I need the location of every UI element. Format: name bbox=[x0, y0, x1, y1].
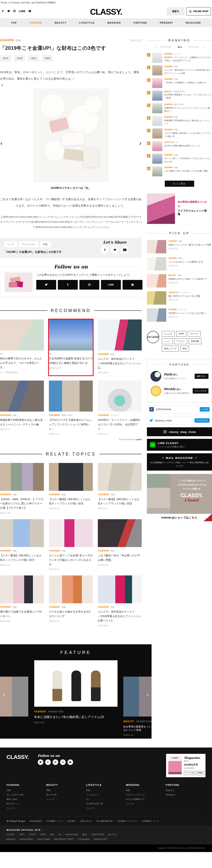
online-shop-button[interactable]: ONLINE SHOP bbox=[186, 7, 211, 16]
ranking-tab-fashion[interactable]: FASHION bbox=[185, 45, 202, 49]
twitter-follow-box[interactable]: @classy_online フォローする bbox=[147, 416, 212, 425]
popin-brand[interactable]: popIn bbox=[136, 438, 142, 440]
ranking-item[interactable]: 3 FASHION特集 「2019年こそ金運UP!」な財布はこの3色です bbox=[147, 77, 212, 89]
shop-site-link[interactable]: 光文社SHOP bbox=[73, 838, 89, 841]
hotword-tag[interactable]: アウター bbox=[174, 338, 187, 344]
ranking-item[interactable]: 10 FASHION特集 これで解決♡冬の「外は寒いけど中は暑い問題」 bbox=[147, 165, 212, 178]
feature-main-slide[interactable]: FASHION PROMOTION 年末に活躍させたい!冬の最終買い足しアイテム… bbox=[34, 660, 117, 723]
relate-card[interactable]: FASHION特集 運が開けて結婚できる!配色コーデ4パターン 2019.01.… bbox=[0, 576, 44, 626]
footer-link[interactable]: 特集 bbox=[86, 789, 126, 792]
fortune-daily-button[interactable]: 無料で占う bbox=[195, 374, 209, 379]
fortune-weekly[interactable]: Weekly占い 今週の生まれ月別の運勢は? チェックする bbox=[151, 383, 209, 398]
shop-site-link[interactable]: kokode.jp bbox=[6, 838, 15, 841]
official-site-link[interactable]: Mart bbox=[46, 833, 54, 836]
breadcrumb-item[interactable]: 特集 bbox=[41, 242, 51, 247]
footer-link[interactable]: 特集 bbox=[126, 789, 166, 792]
official-site-link[interactable]: 美ST bbox=[78, 833, 87, 836]
follow-mail-button[interactable] bbox=[123, 280, 142, 289]
official-site-link[interactable]: VERY bbox=[15, 833, 25, 836]
ranking-item[interactable]: 2 FASHION特集 ユニクロ、無印良品がランクイン!2018年最も読まれたフ… bbox=[147, 64, 212, 77]
facebook-follow-box[interactable]: 公式Facebook いいね! bbox=[147, 405, 212, 413]
ranking-tab-all[interactable]: ALL bbox=[175, 45, 185, 49]
hotword-tag[interactable]: ZARA bbox=[176, 331, 186, 337]
official-site-link[interactable]: STORY bbox=[25, 833, 36, 836]
footer-link[interactable]: 着回しDiary bbox=[6, 798, 46, 801]
line-icon[interactable]: LINE bbox=[60, 760, 65, 765]
footer-link[interactable]: インタビュー bbox=[86, 794, 126, 796]
pickup-item[interactable]: BEAUTY特集 乾燥知らずのツヤ肌をつくる保湿ケア 2019.01.19 bbox=[147, 272, 212, 289]
relate-card[interactable]: FASHION特集 これで解決♡冬の「外は寒いけど中は暑い問題」 2019.01… bbox=[98, 519, 142, 570]
ranking-item[interactable]: 4 BEAUTYPROMOTION 自分専用の眉密度をつくれる、アイブロウエレメ… bbox=[147, 89, 212, 102]
twitter-icon[interactable] bbox=[38, 760, 43, 765]
relate-card[interactable]: FASHION特集 ステキな彼との縁を引き寄せる!3大カラーコーデ 2019.0… bbox=[49, 576, 93, 626]
fortune-daily[interactable]: Daily占い 今日の運勢をチェック! 無料で占う bbox=[151, 369, 209, 383]
mail-magazine-box[interactable]: !!MAIL MAGAZINE!! 旬な情報満載のメールマガジン配信、メンバー限… bbox=[147, 453, 212, 471]
relate-card[interactable]: FASHION特集 ユニクロ、無印良品がランクイン!2018年最も読まれたファッ… bbox=[98, 576, 142, 626]
relate-card[interactable]: FASHION特集 【コスパ最強】U¥6,000ニットは人気ネットブランドが狙い… bbox=[49, 463, 93, 514]
fortune-weekly-button[interactable]: チェックする bbox=[193, 388, 209, 394]
footer-col-title[interactable]: BEAUTY bbox=[46, 783, 86, 786]
ranking-tab-wedding[interactable]: WEDDING bbox=[157, 45, 175, 49]
recommend-card[interactable]: FASHIONニュース 2019年の「ティファニー」は腕時計もスゴい!【バカ売れ… bbox=[98, 380, 142, 435]
footer-info-link[interactable]: 会社案内 bbox=[63, 820, 76, 822]
nav-item[interactable]: BEAUTY bbox=[49, 19, 73, 27]
hotword-tag[interactable]: プチプラ bbox=[188, 331, 201, 337]
footer-col-title[interactable]: FASHION bbox=[6, 783, 46, 786]
article-category[interactable]: FASHION bbox=[0, 39, 14, 42]
recommend-card[interactable]: PR 毎日の家事で爪がカサカサ…かんたんお手入れで、つやつや美爪に!~主… ロー… bbox=[0, 319, 44, 375]
footer-link[interactable]: ニュース bbox=[46, 798, 86, 801]
carousel-next-arrow[interactable]: › bbox=[139, 140, 141, 146]
magazine-box[interactable]: CLASSY. Magazine 最新号 2019年2月号 12月28日発売 デ… bbox=[166, 754, 206, 777]
pickup-item[interactable]: FASHION特集 ユニクロの白ニットが優秀すぎる! 2019.01.20 bbox=[147, 255, 212, 272]
breadcrumb-item[interactable]: トップ bbox=[4, 242, 17, 247]
feature-prev-arrow[interactable]: ‹ bbox=[3, 692, 5, 698]
footer-info-link[interactable]: 広告掲載について bbox=[42, 820, 63, 822]
follow-facebook-button[interactable] bbox=[58, 280, 78, 289]
share-line-button[interactable]: LINE bbox=[121, 246, 129, 254]
classy-closet-ad[interactable]: ここでしか買えないブランド コラボやCLASSY.セレクトの アイテムが買える … bbox=[147, 474, 212, 521]
footer-col-title[interactable]: LIFESTYLE bbox=[86, 783, 126, 786]
relate-card[interactable]: FASHION特集 【コスパ最強】U¥6,000ニットは人気ネットブランドが狙い… bbox=[98, 463, 142, 514]
footer-col-title[interactable]: WEDDING bbox=[126, 783, 166, 786]
kokode-shop-button[interactable]: kokode.jpショップはこちら bbox=[147, 514, 212, 521]
ranking-item[interactable]: 9 FASHION特集 オシャレ度アップを約束!冬コーデはこのバッグにおまかせ bbox=[147, 152, 212, 165]
footer-link[interactable]: 特集 bbox=[46, 789, 86, 792]
footer-link[interactable]: 特集 bbox=[6, 789, 46, 792]
recommend-card[interactable]: FASHION特集 骨格診断で判明!体型が出ない痩せ見えオシャレニット~ナチュラ… bbox=[0, 380, 44, 435]
shop-site-link[interactable]: kokode Beauty bbox=[15, 838, 33, 841]
ranking-more-button[interactable]: もっと見る bbox=[165, 181, 194, 187]
ranking-tabs-prev-arrow[interactable]: ‹ bbox=[153, 45, 157, 49]
recommend-card[interactable]: FASHION特集 ユニクロ、無印良品がランクイン!2018年最も読まれたファッ… bbox=[98, 319, 142, 375]
facebook-like-button[interactable]: いいね! bbox=[200, 407, 210, 411]
footer-info-link[interactable]: 利用環境について bbox=[138, 820, 159, 822]
footer-link[interactable]: ニュース bbox=[86, 807, 126, 809]
magazine-digital-button[interactable]: デジタル版 bbox=[184, 771, 194, 775]
magazine-subscribe-button[interactable]: 定期購読 bbox=[195, 771, 204, 775]
nav-item[interactable]: LIFESTYLE bbox=[73, 19, 101, 27]
ranking-tabs-next-arrow[interactable]: › bbox=[202, 45, 206, 49]
relate-card[interactable]: FASHION特集 【コスパ最強】U¥6,000ニットは人気ネットブランドが狙い… bbox=[0, 519, 44, 570]
nav-item[interactable]: FASHION bbox=[23, 19, 48, 27]
nav-item[interactable]: PRESENT bbox=[153, 19, 180, 27]
footer-link[interactable]: ニュース bbox=[6, 807, 46, 809]
follow-instagram-button[interactable] bbox=[79, 280, 99, 289]
mail-icon[interactable] bbox=[68, 760, 73, 765]
facebook-icon[interactable] bbox=[45, 760, 51, 765]
pickup-item[interactable]: LIFESTYLEインタビュー 働く30代のリアルな一日に密着 2019.01.… bbox=[147, 289, 212, 307]
article-tag[interactable]: #財布 bbox=[0, 55, 11, 62]
hotword-tag[interactable]: 骨格診断 bbox=[189, 338, 202, 344]
footer-link[interactable]: CLASSY.な習い事 bbox=[86, 802, 126, 805]
recommend-card[interactable]: FASHION着回しDiary 【7/2のコーデ】元婚約者がルームシェアしていた… bbox=[49, 380, 93, 435]
ranking-item[interactable]: 1 FASHIONニュース 2019年の「ティファニー」は腕時計もスゴい!【バカ… bbox=[147, 52, 212, 64]
share-twitter-button[interactable] bbox=[111, 246, 118, 254]
twitter-follow-button[interactable]: フォローする bbox=[194, 418, 210, 423]
relate-card[interactable]: FASHION特集 【ZARA、H&M、DHOLIC…】アラサー読者がリアルに選… bbox=[0, 463, 44, 514]
recommend-card[interactable]: PR 大京/50周年大感謝祭 来場するだけで100組さまに素敵な賞品が当たる! … bbox=[49, 319, 93, 375]
pickup-item[interactable]: FASHION特集 結局ベーシックが一番!大人の冬コーデ5選 2019.01.2… bbox=[147, 238, 212, 255]
footer-link[interactable]: 美のプロ発 bbox=[46, 794, 86, 796]
official-site-link[interactable]: 本がすき。 bbox=[104, 833, 118, 836]
feature-next-arrow[interactable]: › bbox=[147, 692, 149, 698]
footer-link[interactable]: Weekly占い bbox=[166, 794, 206, 796]
feature-next-slide[interactable]: BEAUTY PROMOTION 自分専用の眉密度をつくれる、アイブロウエレメン… bbox=[123, 677, 152, 736]
official-site-link[interactable]: bis bbox=[54, 833, 61, 836]
